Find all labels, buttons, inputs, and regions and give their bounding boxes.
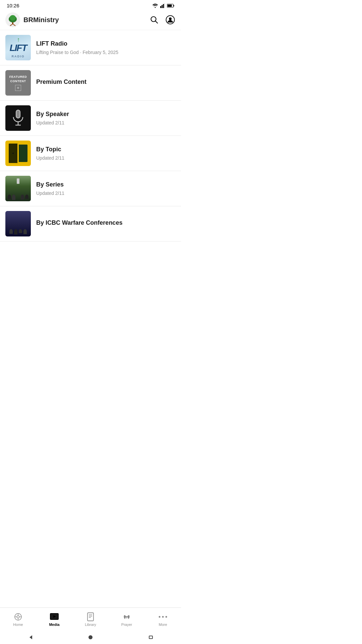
by-topic-title: By Topic	[36, 146, 176, 153]
by-speaker-thumbnail	[5, 105, 31, 131]
app-bar: BRMinistry	[0, 10, 181, 30]
premium-content-thumbnail: FEATUREDCONTENT	[5, 70, 31, 96]
premium-content-title: Premium Content	[36, 78, 176, 86]
list-item-lift-radio[interactable]: ↑ LIFT RADIO LIFT Radio Lifting Praise t…	[0, 30, 181, 65]
svg-line-12	[156, 21, 158, 23]
list-item-by-icbc[interactable]: By ICBC Warfare Conferences	[0, 206, 181, 241]
lift-radio-title: LIFT Radio	[36, 40, 176, 48]
search-button[interactable]	[149, 14, 160, 25]
by-series-thumbnail	[5, 176, 31, 201]
wifi-icon	[152, 3, 158, 8]
lift-radio-thumbnail: ↑ LIFT RADIO	[5, 35, 31, 60]
by-speaker-text: By Speaker Updated 2/11	[36, 110, 176, 126]
list-item-by-topic[interactable]: By Topic Updated 2/11	[0, 136, 181, 171]
by-series-text: By Series Updated 2/11	[36, 181, 176, 196]
by-topic-subtitle: Updated 2/11	[36, 155, 176, 161]
by-speaker-subtitle: Updated 2/11	[36, 120, 176, 126]
signal-icon	[160, 3, 165, 8]
svg-rect-5	[174, 5, 174, 6]
svg-rect-16	[16, 110, 20, 118]
content-list: ↑ LIFT RADIO LIFT Radio Lifting Praise t…	[0, 30, 181, 282]
app-bar-actions	[149, 14, 176, 25]
by-icbc-text: By ICBC Warfare Conferences	[36, 219, 176, 228]
by-topic-thumbnail	[5, 141, 31, 166]
svg-rect-6	[168, 4, 172, 7]
by-series-title: By Series	[36, 181, 176, 189]
lift-radio-subtitle: Lifting Praise to God · February 5, 2025	[36, 49, 176, 55]
svg-rect-0	[160, 6, 161, 8]
status-time: 10:26	[7, 3, 19, 8]
account-button[interactable]	[165, 14, 176, 25]
lift-radio-text: LIFT Radio Lifting Praise to God · Febru…	[36, 40, 176, 55]
app-title: BRMinistry	[23, 16, 149, 24]
app-logo	[5, 12, 20, 27]
list-item-by-speaker[interactable]: By Speaker Updated 2/11	[0, 101, 181, 136]
by-topic-text: By Topic Updated 2/11	[36, 146, 176, 161]
premium-content-text: Premium Content	[36, 78, 176, 87]
svg-rect-3	[164, 3, 165, 8]
svg-rect-2	[163, 4, 164, 8]
svg-point-14	[169, 17, 172, 20]
battery-icon	[167, 4, 174, 8]
svg-point-10	[10, 15, 16, 20]
by-icbc-thumbnail	[5, 211, 31, 236]
status-icons	[152, 3, 174, 8]
by-icbc-title: By ICBC Warfare Conferences	[36, 219, 176, 227]
status-bar: 10:26	[0, 0, 181, 10]
by-series-subtitle: Updated 2/11	[36, 190, 176, 196]
list-item-by-series[interactable]: By Series Updated 2/11	[0, 171, 181, 206]
list-item-premium-content[interactable]: FEATUREDCONTENT Premium Content	[0, 65, 181, 101]
by-speaker-title: By Speaker	[36, 110, 176, 118]
svg-rect-1	[162, 5, 163, 8]
